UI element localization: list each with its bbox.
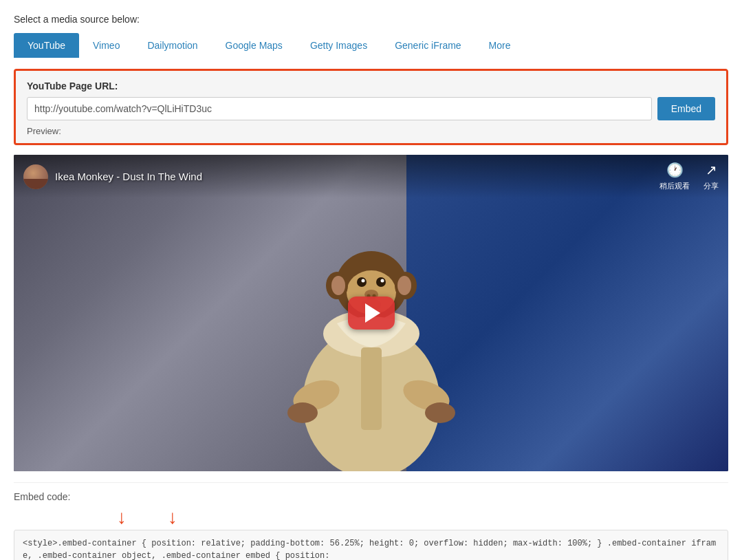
tab-more[interactable]: More (475, 33, 525, 58)
svg-point-19 (331, 276, 345, 295)
tab-getty-images[interactable]: Getty Images (296, 33, 381, 58)
svg-point-6 (425, 402, 455, 423)
video-avatar (23, 164, 48, 189)
monkey-figure (275, 196, 468, 471)
video-inner: Ikea Monkey - Dust In The Wind 🕐 稍后观看 ↗ … (14, 155, 728, 471)
video-title: Ikea Monkey - Dust In The Wind (55, 171, 202, 182)
arrow-down-left: ↓ (117, 508, 127, 527)
clock-icon: 🕐 (666, 162, 684, 178)
tab-google-maps[interactable]: Google Maps (212, 33, 296, 58)
page-instruction: Select a media source below: (14, 14, 728, 25)
share-button[interactable]: ↗ 分享 (703, 162, 719, 191)
embed-code-section: Embed code: ↓ ↓ <style>.embed-container … (14, 482, 728, 560)
tab-dailymotion[interactable]: Dailymotion (133, 33, 211, 58)
url-panel: YouTube Page URL: Embed Preview: (14, 69, 728, 145)
svg-point-11 (376, 277, 386, 287)
play-button[interactable] (348, 297, 395, 330)
preview-label: Preview: (27, 126, 715, 136)
share-icon: ↗ (706, 162, 717, 178)
tab-generic-iframe[interactable]: Generic iFrame (381, 33, 474, 58)
embed-code-box[interactable]: <style>.embed-container { position: rela… (14, 530, 728, 560)
url-input-row: Embed (27, 97, 715, 120)
tab-bar: YouTube Vimeo Dailymotion Google Maps Ge… (14, 33, 728, 58)
embed-code-label: Embed code: (14, 491, 728, 502)
play-triangle-icon (365, 303, 380, 323)
svg-point-13 (380, 279, 384, 283)
svg-point-5 (287, 402, 318, 423)
watch-later-label: 稍后观看 (659, 181, 690, 191)
video-preview: Ikea Monkey - Dust In The Wind 🕐 稍后观看 ↗ … (14, 155, 728, 471)
tab-youtube[interactable]: YouTube (14, 33, 79, 58)
arrow-row: ↓ ↓ (14, 508, 728, 527)
arrow-down-right: ↓ (168, 508, 177, 527)
watch-later-button[interactable]: 🕐 稍后观看 (659, 162, 690, 191)
youtube-url-input[interactable] (27, 97, 652, 120)
svg-point-10 (357, 277, 367, 287)
svg-point-21 (397, 276, 411, 295)
svg-point-12 (361, 279, 364, 283)
video-controls-right: 🕐 稍后观看 ↗ 分享 (659, 162, 719, 191)
embed-button[interactable]: Embed (657, 97, 715, 120)
video-topbar: Ikea Monkey - Dust In The Wind 🕐 稍后观看 ↗ … (14, 155, 728, 198)
url-panel-label: YouTube Page URL: (27, 80, 715, 91)
play-button-container (348, 297, 395, 330)
svg-rect-2 (361, 347, 382, 430)
tab-vimeo[interactable]: Vimeo (79, 33, 133, 58)
share-label: 分享 (703, 181, 719, 191)
